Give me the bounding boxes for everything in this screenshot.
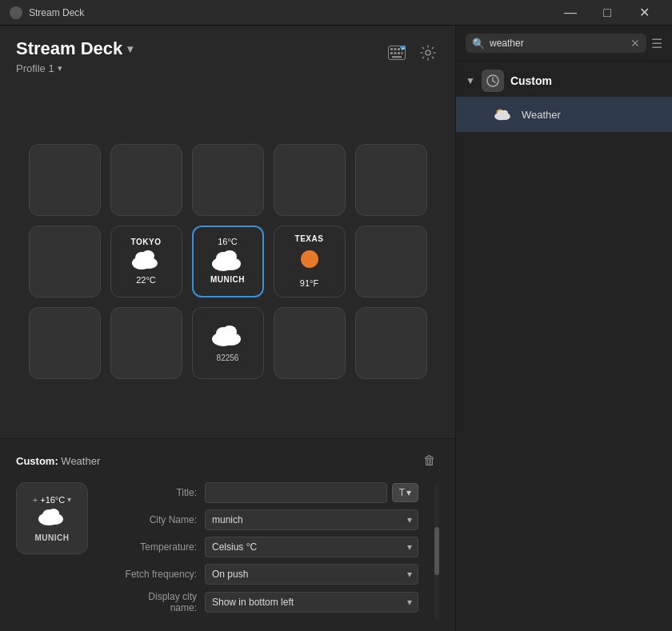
- svg-rect-7: [398, 52, 400, 54]
- grid-cell-2[interactable]: [192, 144, 264, 216]
- category-expand-icon: ▼: [466, 75, 475, 86]
- form-area: Title: T ▾ City Name: munich: [101, 482, 418, 620]
- header-right: +: [385, 42, 439, 64]
- svg-rect-1: [390, 48, 393, 50]
- keyboard-icon: +: [388, 46, 406, 60]
- svg-rect-3: [398, 48, 400, 50]
- category-icon: [482, 70, 504, 92]
- grid-cell-7[interactable]: 16°C MUNICH: [192, 226, 264, 298]
- display-city-row: Display cityname: Show in bottom left Hi…: [101, 591, 418, 613]
- gear-icon: [420, 45, 436, 61]
- preview-cloud-icon: [38, 506, 66, 532]
- list-view-button[interactable]: ☰: [651, 36, 662, 51]
- fetch-frequency-select-wrapper: On push Every minute Every 5 minutes: [205, 564, 418, 585]
- header-left: Stream Deck ▾ Profile 1 ▾: [16, 38, 133, 74]
- grid-cell-12[interactable]: 82256: [192, 307, 264, 379]
- temperature-select[interactable]: Celsius °C Fahrenheit °F: [205, 537, 418, 557]
- display-city-select[interactable]: Show in bottom left Hide Show in top lef…: [205, 592, 418, 613]
- preview-temp: + +16°C ▾: [33, 495, 71, 505]
- app-title-row[interactable]: Stream Deck ▾: [16, 38, 133, 59]
- grid-cell-14[interactable]: [355, 307, 427, 379]
- scrollbar-thumb: [434, 527, 439, 575]
- titlebar-controls: — □ ✕: [552, 0, 662, 26]
- maximize-button[interactable]: □: [589, 0, 626, 26]
- fetch-frequency-row: Fetch frequency: On push Every minute Ev…: [101, 564, 418, 585]
- minimize-button[interactable]: —: [552, 0, 589, 26]
- grid-cell-0[interactable]: [29, 144, 101, 216]
- grid-cell-4[interactable]: [355, 144, 427, 216]
- svg-rect-6: [394, 52, 397, 54]
- search-clear-button[interactable]: ✕: [630, 37, 640, 50]
- svg-rect-2: [394, 48, 397, 50]
- profile-dropdown-icon: ▾: [58, 63, 62, 74]
- bottom-panel-title: Custom: Weather: [16, 455, 100, 467]
- search-bar: 🔍 ✕ ☰: [456, 26, 672, 62]
- search-input[interactable]: [490, 38, 626, 49]
- app-icon: [10, 6, 22, 19]
- grid-cell-6[interactable]: TOKYO 22°C: [110, 226, 182, 298]
- grid-cell-1[interactable]: [110, 144, 182, 216]
- temperature-row: Temperature: Celsius °C Fahrenheit °F: [101, 537, 418, 557]
- app-title-dropdown-icon: ▾: [127, 42, 133, 55]
- keyboard-icon-button[interactable]: +: [385, 42, 409, 63]
- app-title-text: Stream Deck: [16, 38, 122, 59]
- plugin-item-weather[interactable]: Weather: [456, 97, 672, 132]
- preview-widget: + +16°C ▾ MUNICH: [16, 482, 88, 554]
- svg-point-20: [222, 250, 237, 263]
- profile-label: Profile 1: [16, 62, 54, 74]
- title-row: Title: T ▾: [101, 482, 418, 503]
- grid-cell-3[interactable]: [274, 144, 346, 216]
- fetch-frequency-label: Fetch frequency:: [101, 569, 205, 580]
- svg-text:+: +: [402, 46, 405, 50]
- category-name: Custom: [510, 74, 552, 87]
- plugin-weather-icon: [491, 103, 514, 126]
- display-city-label: Display cityname:: [101, 591, 205, 613]
- title-input-area: T ▾: [205, 482, 418, 503]
- plugin-weather-name: Weather: [522, 109, 561, 121]
- category-header[interactable]: ▼ Custom: [456, 62, 672, 97]
- search-input-wrapper: 🔍 ✕: [466, 34, 646, 53]
- bottom-panel-header: Custom: Weather 🗑: [16, 450, 439, 471]
- svg-point-12: [426, 50, 430, 55]
- left-panel: Stream Deck ▾ Profile 1 ▾: [0, 26, 456, 631]
- close-button[interactable]: ✕: [626, 0, 662, 26]
- svg-point-21: [301, 250, 318, 268]
- button-grid-area: TOKYO 22°C16°C MUNICHTEXAS91°F 82256: [0, 84, 455, 438]
- fetch-frequency-select[interactable]: On push Every minute Every 5 minutes: [205, 564, 418, 585]
- grid-cell-13[interactable]: [274, 307, 346, 379]
- svg-point-29: [48, 509, 59, 518]
- delete-button[interactable]: 🗑: [420, 450, 439, 471]
- svg-rect-9: [392, 56, 402, 58]
- profile-row[interactable]: Profile 1 ▾: [16, 62, 133, 74]
- display-city-select-wrapper: Show in bottom left Hide Show in top lef…: [205, 592, 418, 613]
- header: Stream Deck ▾ Profile 1 ▾: [0, 26, 455, 84]
- city-name-select[interactable]: munich: [205, 509, 418, 530]
- svg-point-16: [142, 250, 154, 262]
- title-input[interactable]: [205, 482, 387, 503]
- title-label: Title:: [101, 487, 205, 498]
- grid-cell-11[interactable]: [110, 307, 182, 379]
- font-button[interactable]: T ▾: [392, 483, 418, 502]
- right-panel: 🔍 ✕ ☰ ▼ Custom: [456, 26, 672, 631]
- grid-cell-10[interactable]: [29, 307, 101, 379]
- bottom-panel-content: + +16°C ▾ MUNICH: [16, 482, 439, 620]
- temperature-label: Temperature:: [101, 541, 205, 553]
- city-name-label: City Name:: [101, 514, 205, 525]
- settings-icon-button[interactable]: [417, 42, 439, 64]
- grid-cell-9[interactable]: [355, 226, 427, 298]
- search-icon: 🔍: [472, 38, 485, 50]
- svg-point-25: [222, 325, 237, 338]
- grid-cell-8[interactable]: TEXAS91°F: [274, 226, 346, 298]
- app-container: Stream Deck ▾ Profile 1 ▾: [0, 26, 672, 631]
- temperature-select-wrapper: Celsius °C Fahrenheit °F: [205, 537, 418, 557]
- preview-temp-dropdown[interactable]: ▾: [67, 495, 71, 504]
- preview-city: MUNICH: [35, 533, 70, 542]
- city-name-select-wrapper: munich: [205, 509, 418, 530]
- svg-point-35: [501, 110, 508, 116]
- grid-cell-5[interactable]: [29, 226, 101, 298]
- titlebar-title: Stream Deck: [29, 7, 552, 18]
- bottom-panel: Custom: Weather 🗑 + +16°C ▾: [0, 438, 455, 631]
- button-grid: TOKYO 22°C16°C MUNICHTEXAS91°F 82256: [29, 144, 427, 379]
- form-scrollbar[interactable]: [434, 482, 439, 620]
- svg-rect-5: [390, 52, 393, 54]
